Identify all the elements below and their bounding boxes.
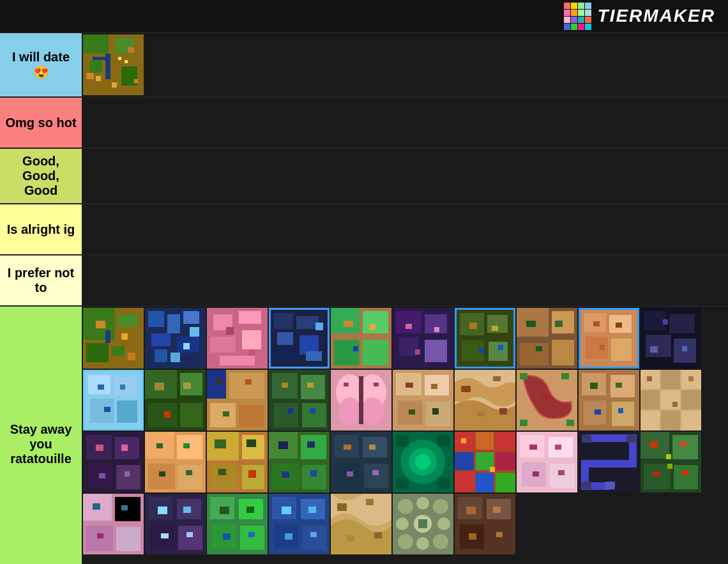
tier-label-1: I will date 😍 xyxy=(0,33,82,96)
svg-rect-116 xyxy=(229,373,264,399)
tier-row-3: Good, Good, Good xyxy=(0,148,728,203)
svg-rect-137 xyxy=(344,383,349,386)
list-item xyxy=(269,370,330,431)
list-item xyxy=(145,432,206,492)
svg-rect-78 xyxy=(552,340,574,365)
svg-rect-225 xyxy=(372,470,379,475)
svg-rect-278 xyxy=(97,533,103,538)
svg-rect-24 xyxy=(148,311,164,327)
svg-rect-52 xyxy=(334,340,360,365)
svg-rect-89 xyxy=(600,345,605,350)
svg-rect-264 xyxy=(674,465,698,489)
tier-row-6: Stay away you ratatouille xyxy=(0,305,728,564)
svg-rect-236 xyxy=(476,432,494,450)
tier-label-4: Is alright ig xyxy=(0,204,82,254)
svg-rect-206 xyxy=(218,469,226,475)
svg-point-135 xyxy=(361,397,384,425)
svg-rect-152 xyxy=(499,408,507,415)
svg-rect-109 xyxy=(148,403,177,427)
svg-rect-269 xyxy=(666,454,671,459)
svg-rect-243 xyxy=(496,473,515,492)
svg-rect-188 xyxy=(99,473,105,478)
tier-row-5: I prefer not to xyxy=(0,254,728,305)
svg-rect-223 xyxy=(369,445,375,450)
svg-rect-196 xyxy=(183,443,190,448)
svg-rect-304 xyxy=(285,533,292,540)
svg-rect-170 xyxy=(661,370,680,389)
svg-rect-110 xyxy=(180,403,202,427)
svg-rect-120 xyxy=(245,379,252,385)
svg-rect-30 xyxy=(171,353,180,362)
svg-rect-97 xyxy=(682,346,687,351)
svg-rect-63 xyxy=(434,327,439,332)
svg-rect-166 xyxy=(595,409,601,415)
svg-rect-13 xyxy=(125,60,128,63)
svg-rect-58 xyxy=(396,311,421,333)
tier-content-4 xyxy=(82,204,728,254)
svg-rect-165 xyxy=(616,383,622,388)
svg-point-134 xyxy=(338,397,361,425)
svg-rect-215 xyxy=(282,471,289,478)
svg-rect-136 xyxy=(359,376,363,424)
svg-point-318 xyxy=(398,534,413,549)
svg-rect-64 xyxy=(415,349,420,354)
svg-rect-55 xyxy=(369,324,375,330)
svg-rect-283 xyxy=(178,526,202,550)
list-item xyxy=(207,308,268,369)
svg-rect-178 xyxy=(647,376,652,381)
svg-rect-25 xyxy=(167,314,180,333)
svg-rect-213 xyxy=(278,441,288,449)
svg-rect-237 xyxy=(496,432,515,450)
svg-rect-284 xyxy=(158,507,167,514)
svg-rect-305 xyxy=(310,532,317,537)
map-tile-svg xyxy=(83,34,144,95)
svg-rect-77 xyxy=(520,343,549,365)
list-item xyxy=(207,432,268,492)
svg-rect-262 xyxy=(672,435,698,459)
svg-rect-172 xyxy=(641,390,660,409)
svg-rect-3 xyxy=(89,60,102,73)
list-item xyxy=(517,308,577,369)
svg-rect-128 xyxy=(307,383,314,388)
list-item xyxy=(455,308,515,369)
svg-rect-8 xyxy=(105,54,110,79)
svg-rect-16 xyxy=(118,314,137,327)
list-item xyxy=(331,308,391,369)
svg-rect-44 xyxy=(277,332,293,345)
list-item xyxy=(641,308,701,369)
svg-rect-329 xyxy=(469,533,476,540)
tier-row-2: Omg so hot xyxy=(0,96,728,148)
svg-rect-104 xyxy=(120,385,125,390)
list-item xyxy=(579,432,639,492)
list-item xyxy=(579,308,639,369)
svg-rect-252 xyxy=(555,445,561,450)
svg-rect-268 xyxy=(682,470,688,475)
list-item xyxy=(393,308,453,369)
svg-rect-185 xyxy=(116,465,140,489)
svg-rect-21 xyxy=(128,353,135,360)
svg-rect-125 xyxy=(274,403,298,427)
svg-point-319 xyxy=(416,537,429,550)
svg-rect-327 xyxy=(466,507,476,514)
svg-rect-12 xyxy=(118,57,121,60)
list-item xyxy=(83,370,144,431)
svg-rect-71 xyxy=(492,326,498,331)
list-item xyxy=(145,308,206,369)
svg-rect-202 xyxy=(210,465,237,489)
svg-rect-204 xyxy=(215,439,226,448)
svg-rect-277 xyxy=(121,505,128,510)
svg-point-229 xyxy=(415,454,430,469)
logo-grid-icon xyxy=(564,3,591,30)
svg-rect-70 xyxy=(469,323,477,329)
svg-point-313 xyxy=(416,497,429,510)
tier-content-6 xyxy=(82,307,728,564)
svg-rect-27 xyxy=(151,333,171,346)
svg-rect-232 xyxy=(396,478,409,489)
list-item xyxy=(455,494,515,554)
svg-rect-62 xyxy=(406,324,412,329)
svg-rect-194 xyxy=(178,465,202,489)
svg-rect-258 xyxy=(582,482,591,489)
svg-rect-254 xyxy=(558,470,565,475)
tier-label-6: Stay away you ratatouille xyxy=(0,307,82,564)
tier-content-5 xyxy=(82,255,728,305)
